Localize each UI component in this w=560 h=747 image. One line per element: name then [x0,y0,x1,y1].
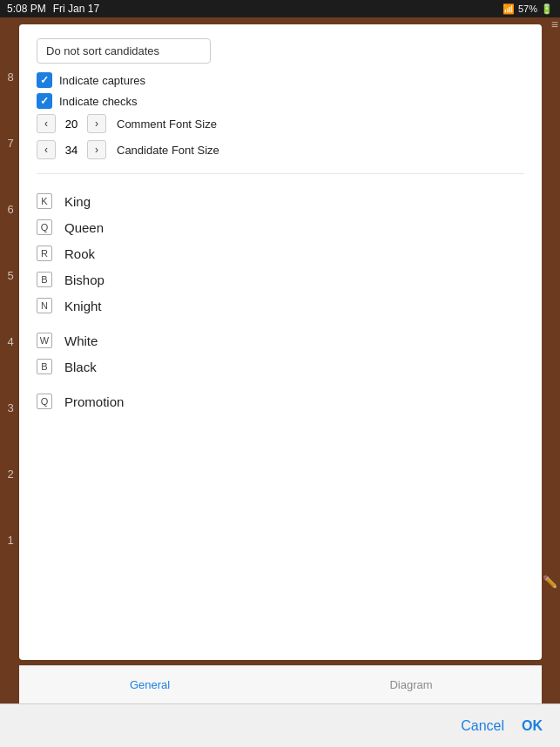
piece-item-bishop: B Bishop [37,266,524,293]
piece-name-queen: Queen [64,220,104,235]
row-num-6: 6 [7,203,13,216]
piece-key-black: B [37,359,52,374]
piece-section-gap-1 [37,319,524,327]
cancel-button[interactable]: Cancel [461,718,504,734]
piece-name-knight: Knight [64,299,102,313]
piece-item-knight: N Knight [37,293,524,319]
sidebar-icon: ≡ [551,17,558,31]
candidate-font-decrease[interactable]: ‹ [37,140,56,159]
piece-item-king: K King [37,188,524,214]
status-date: Fri Jan 17 [53,3,99,15]
piece-list: K King Q Queen R Rook B Bishop N Knight [37,188,524,414]
piece-name-bishop: Bishop [64,273,105,287]
battery-icon: 🔋 [541,3,553,15]
piece-key-bishop: B [37,272,52,287]
indicate-captures-row: Indicate captures [37,72,524,88]
bottom-tabs: General Diagram [19,665,542,703]
piece-key-white: W [37,333,52,348]
status-bar: 5:08 PM Fri Jan 17 📶 57% 🔋 [0,0,560,17]
status-time: 5:08 PM [7,3,46,15]
piece-item-queen: Q Queen [37,214,524,240]
divider-1 [37,173,524,174]
comment-font-value: 20 [63,118,80,131]
tab-general[interactable]: General [19,670,280,700]
sort-candidates-dropdown[interactable]: Do not sort candidates [37,38,211,64]
status-bar-left: 5:08 PM Fri Jan 17 [7,3,99,15]
comment-font-row: ‹ 20 › Comment Font Size [37,114,524,133]
indicate-checks-label: Indicate checks [59,95,138,108]
piece-name-white: White [64,333,98,348]
row-num-7: 7 [7,137,13,150]
tab-general-label: General [130,678,170,691]
row-num-3: 3 [7,401,13,414]
piece-section-gap-2 [37,380,524,388]
piece-key-promotion: Q [37,394,52,409]
action-bar: Cancel OK [0,703,560,747]
candidate-font-increase[interactable]: › [87,140,106,159]
row-num-2: 2 [7,468,13,481]
tab-diagram[interactable]: Diagram [280,670,542,700]
ok-button[interactable]: OK [522,718,543,734]
row-num-8: 8 [7,71,13,84]
pencil-icon: ✏️ [543,575,557,589]
sort-dropdown-label: Do not sort candidates [46,44,159,57]
indicate-captures-label: Indicate captures [59,74,145,87]
indicate-captures-checkbox[interactable] [37,72,52,88]
piece-key-king: K [37,193,52,209]
piece-key-knight: N [37,298,52,313]
wifi-icon: 📶 [503,3,515,15]
row-numbers: 8 7 6 5 4 3 2 1 [0,17,21,747]
row-num-4: 4 [7,335,13,348]
row-num-5: 5 [7,269,13,282]
settings-panel: Do not sort candidates Indicate captures… [19,24,542,660]
battery-percent: 57% [518,3,537,14]
piece-key-rook: R [37,246,52,261]
comment-font-increase[interactable]: › [87,114,106,133]
piece-name-rook: Rook [64,246,95,261]
tab-diagram-label: Diagram [389,678,432,691]
candidate-font-row: ‹ 34 › Candidate Font Size [37,140,524,159]
indicate-checks-checkbox[interactable] [37,93,52,109]
piece-item-promotion: Q Promotion [37,388,524,414]
candidate-font-label: Candidate Font Size [117,144,219,157]
piece-name-promotion: Promotion [64,394,124,409]
panel-content: Do not sort candidates Indicate captures… [19,24,542,428]
piece-name-king: King [64,194,91,209]
piece-item-white: W White [37,327,524,353]
status-bar-right: 📶 57% 🔋 [503,3,553,15]
piece-item-rook: R Rook [37,240,524,266]
comment-font-decrease[interactable]: ‹ [37,114,56,133]
indicate-checks-row: Indicate checks [37,93,524,109]
comment-font-label: Comment Font Size [117,118,217,131]
row-num-1: 1 [7,534,13,547]
candidate-font-value: 34 [63,144,80,157]
piece-item-black: B Black [37,353,524,380]
piece-key-queen: Q [37,219,52,235]
piece-name-black: Black [64,360,97,374]
